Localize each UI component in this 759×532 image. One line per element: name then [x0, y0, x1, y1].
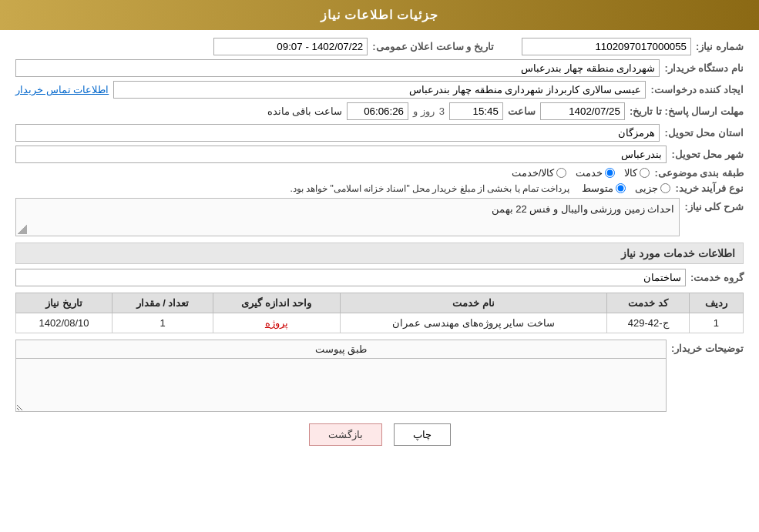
- cell-unit: پروژه: [213, 313, 340, 333]
- purchase-type-motavasset[interactable]: متوسط: [582, 182, 626, 194]
- page-title: جزئیات اطلاعات نیاز: [321, 8, 439, 22]
- need-number-label: شماره نیاز:: [696, 41, 744, 52]
- purchase-type-radio-group: جزیی متوسط: [582, 182, 670, 194]
- province-row: استان محل تحویل:: [15, 124, 744, 142]
- col-qty: تعداد / مقدار: [113, 293, 213, 313]
- category-option-kala-khedmat[interactable]: کالا/خدمت: [512, 167, 567, 179]
- need-desc-section: شرح کلی نیاز: احداث زمین ورزشی والیبال و…: [15, 198, 744, 236]
- service-group-input[interactable]: [15, 269, 686, 286]
- announce-time-input[interactable]: [213, 38, 368, 55]
- city-input[interactable]: [15, 146, 667, 163]
- print-button[interactable]: چاپ: [394, 423, 451, 446]
- col-code: کد خدمت: [607, 293, 689, 313]
- service-table: ردیف کد خدمت نام خدمت واحد اندازه گیری ت…: [15, 293, 744, 333]
- comments-tab: طبق پیوست: [15, 340, 667, 358]
- category-label: طبقه بندی موضوعی:: [654, 167, 744, 179]
- contact-info-link[interactable]: اطلاعات تماس خریدار: [15, 84, 109, 95]
- service-group-label: گروه خدمت:: [690, 272, 744, 283]
- buyer-comments-label: توضیحات خریدار:: [671, 343, 744, 354]
- purchase-type-label: نوع فرآیند خرید:: [675, 182, 744, 194]
- category-radio-group: کالا خدمت کالا/خدمت: [512, 167, 650, 179]
- need-desc-value: احداث زمین ورزشی والیبال و فنس 22 بهمن: [492, 203, 675, 215]
- col-unit: واحد اندازه گیری: [213, 293, 340, 313]
- need-desc-label: شرح کلی نیاز:: [684, 201, 744, 212]
- purchase-radio-jozyi[interactable]: [660, 183, 670, 193]
- need-number-row: شماره نیاز: تاریخ و ساعت اعلان عمومی:: [15, 38, 744, 55]
- deadline-date-input[interactable]: [540, 102, 625, 120]
- page-wrapper: جزئیات اطلاعات نیاز شماره نیاز: تاریخ و …: [0, 0, 759, 532]
- remaining-day-label: روز و: [413, 105, 435, 117]
- remaining-time-input[interactable]: [347, 102, 408, 120]
- need-desc-container: احداث زمین ورزشی والیبال و فنس 22 بهمن: [15, 198, 680, 236]
- cell-qty: 1: [113, 313, 213, 333]
- need-number-input[interactable]: [522, 38, 691, 55]
- button-row: چاپ بازگشت: [15, 423, 744, 446]
- deadline-time-label: ساعت: [508, 105, 536, 117]
- category-radio-khedmat[interactable]: [605, 168, 615, 178]
- purchase-radio-motavasset[interactable]: [616, 183, 626, 193]
- cell-code: ج-42-429: [607, 313, 689, 333]
- buyer-org-row: نام دستگاه خریدار:: [15, 59, 744, 77]
- purchase-type-jozyi[interactable]: جزیی: [635, 182, 670, 194]
- creator-input[interactable]: [113, 81, 646, 99]
- cell-row: 1: [689, 313, 743, 333]
- table-header-row: ردیف کد خدمت نام خدمت واحد اندازه گیری ت…: [16, 293, 744, 313]
- comments-row: توضیحات خریدار: طبق پیوست: [15, 340, 744, 412]
- service-info-header: اطلاعات خدمات مورد نیاز: [15, 243, 744, 264]
- city-label: شهر محل تحویل:: [671, 149, 744, 160]
- deadline-label: مهلت ارسال پاسخ: تا تاریخ:: [630, 105, 744, 117]
- remaining-days-value: 3: [439, 105, 445, 117]
- comments-container: طبق پیوست: [15, 340, 667, 412]
- cell-date: 1402/08/10: [16, 313, 113, 333]
- col-name: نام خدمت: [340, 293, 607, 313]
- announce-time-label: تاریخ و ساعت اعلان عمومی:: [372, 41, 494, 52]
- service-group-row: گروه خدمت:: [15, 269, 744, 286]
- deadline-time-input[interactable]: [449, 102, 503, 120]
- table-row: 1 ج-42-429 ساخت سایر پروژه‌های مهندسی عم…: [16, 313, 744, 333]
- service-table-section: ردیف کد خدمت نام خدمت واحد اندازه گیری ت…: [15, 293, 744, 333]
- province-input[interactable]: [15, 124, 660, 142]
- category-row: طبقه بندی موضوعی: کالا خدمت کالا/خدمت: [15, 167, 744, 179]
- col-row: ردیف: [689, 293, 743, 313]
- need-desc-box[interactable]: احداث زمین ورزشی والیبال و فنس 22 بهمن: [15, 198, 680, 236]
- buyer-org-input[interactable]: [15, 59, 660, 77]
- category-option-kala[interactable]: کالا: [624, 167, 650, 179]
- category-option-khedmat[interactable]: خدمت: [576, 167, 615, 179]
- category-radio-kala[interactable]: [640, 168, 650, 178]
- main-content: شماره نیاز: تاریخ و ساعت اعلان عمومی: نا…: [0, 30, 759, 465]
- buyer-comments-section: توضیحات خریدار: طبق پیوست: [15, 340, 744, 412]
- purchase-type-row: نوع فرآیند خرید: جزیی متوسط پرداخت تمام …: [15, 182, 744, 194]
- page-header: جزئیات اطلاعات نیاز: [0, 0, 759, 30]
- category-radio-kala-khedmat[interactable]: [556, 168, 566, 178]
- buyer-org-label: نام دستگاه خریدار:: [664, 62, 744, 74]
- col-date: تاریخ نیاز: [16, 293, 113, 313]
- city-row: شهر محل تحویل:: [15, 146, 744, 163]
- cell-name: ساخت سایر پروژه‌های مهندسی عمران: [340, 313, 607, 333]
- province-label: استان محل تحویل:: [664, 127, 744, 139]
- back-button[interactable]: بازگشت: [309, 423, 382, 446]
- buyer-comments-textarea[interactable]: [15, 358, 667, 412]
- purchase-type-notice: پرداخت تمام یا بخشی از مبلغ خریدار محل "…: [291, 183, 570, 194]
- creator-row: ایجاد کننده درخواست: اطلاعات تماس خریدار: [15, 81, 744, 99]
- remaining-suffix: ساعت باقی مانده: [267, 105, 342, 117]
- resize-handle: [18, 225, 27, 234]
- deadline-row: مهلت ارسال پاسخ: تا تاریخ: ساعت 3 روز و …: [15, 102, 744, 120]
- creator-label: ایجاد کننده درخواست:: [650, 84, 744, 95]
